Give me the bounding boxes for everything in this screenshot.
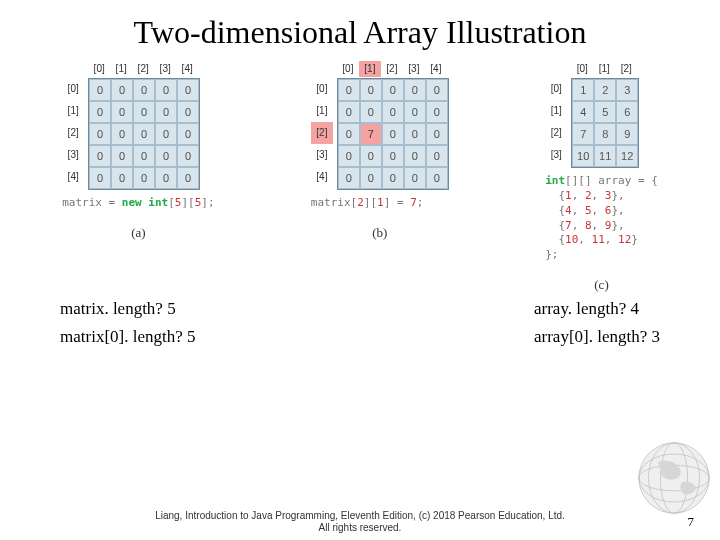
figA-col-label: [2]	[132, 61, 154, 77]
figB-cell: 0	[426, 79, 448, 101]
figA-cell: 0	[111, 145, 133, 167]
figA-cell: 0	[89, 123, 111, 145]
footer-citation: Liang, Introduction to Java Programming,…	[0, 510, 720, 534]
figC-row-label: [3]	[545, 144, 567, 166]
figA-code: matrix = new int[5][5];	[62, 196, 214, 211]
figC-row-label: [2]	[545, 122, 567, 144]
figA-cell: 0	[155, 79, 177, 101]
qa-l1: matrix. length? 5	[60, 299, 196, 319]
figA-cell: 0	[155, 101, 177, 123]
figC-cell: 7	[572, 123, 594, 145]
figA-cell: 0	[177, 101, 199, 123]
figB-cell: 0	[382, 79, 404, 101]
figB-col-label: [4]	[425, 61, 447, 77]
figC-cell: 5	[594, 101, 616, 123]
figC-init-line: {1, 2, 3},	[545, 189, 625, 202]
figC-col-label: [1]	[593, 61, 615, 77]
figB-cell: 0	[404, 167, 426, 189]
figC-row-label: [0]	[545, 78, 567, 100]
figB-cell: 0	[382, 145, 404, 167]
figC-init-line: {4, 5, 6},	[545, 204, 625, 217]
figA-cell: 0	[155, 145, 177, 167]
figB-col-label: [1]	[359, 61, 381, 77]
figB-col-labels: [0][1][2][3][4]	[337, 61, 449, 77]
figB-cell: 0	[360, 145, 382, 167]
figA-cell: 0	[89, 167, 111, 189]
figC-row-label: [1]	[545, 100, 567, 122]
figB-cell: 0	[360, 167, 382, 189]
figA-cell: 0	[89, 101, 111, 123]
figC-grid: 123456789101112	[571, 78, 639, 168]
figA-cell: 0	[133, 167, 155, 189]
figures-row: [0][1][2][3][4] [0][1][2][3][4] 00000000…	[0, 57, 720, 293]
figure-b: [0][1][2][3][4] [0][1][2][3][4] 00000000…	[311, 61, 449, 293]
figA-cell: 0	[177, 145, 199, 167]
figA-grid: 0000000000000000000000000	[88, 78, 200, 190]
figC-sublabel: (c)	[545, 277, 658, 293]
figC-code: int[][] array = { {1, 2, 3}, {4, 5, 6}, …	[545, 174, 658, 263]
figB-cell: 0	[338, 79, 360, 101]
qa-section: matrix. length? 5 matrix[0]. length? 5 a…	[0, 293, 720, 347]
figA-col-labels: [0][1][2][3][4]	[88, 61, 214, 77]
figB-cell: 0	[382, 101, 404, 123]
figB-code: matrix[2][1] = 7;	[311, 196, 449, 211]
figA-row-label: [4]	[62, 166, 84, 188]
figB-cell: 0	[338, 123, 360, 145]
qa-r2: array[0]. length? 3	[534, 327, 660, 347]
figC-cell: 11	[594, 145, 616, 167]
figA-row-label: [3]	[62, 144, 84, 166]
figA-cell: 0	[111, 79, 133, 101]
qa-left: matrix. length? 5 matrix[0]. length? 5	[60, 299, 196, 347]
figA-row-label: [2]	[62, 122, 84, 144]
qa-l2: matrix[0]. length? 5	[60, 327, 196, 347]
figure-a: [0][1][2][3][4] [0][1][2][3][4] 00000000…	[62, 61, 214, 293]
figC-cell: 10	[572, 145, 594, 167]
figB-row-label: [0]	[311, 78, 333, 100]
figB-col-label: [2]	[381, 61, 403, 77]
figB-row-label: [2]	[311, 122, 333, 144]
figA-cell: 0	[133, 123, 155, 145]
figC-init-line: {7, 8, 9},	[545, 219, 625, 232]
figA-cell: 0	[89, 145, 111, 167]
figA-cell: 0	[111, 167, 133, 189]
figB-cell: 7	[360, 123, 382, 145]
figA-cell: 0	[111, 123, 133, 145]
figA-col-label: [4]	[176, 61, 198, 77]
figA-cell: 0	[155, 123, 177, 145]
figB-row-label: [3]	[311, 144, 333, 166]
figA-cell: 0	[177, 79, 199, 101]
figB-row-label: [4]	[311, 166, 333, 188]
figA-row-label: [0]	[62, 78, 84, 100]
figC-cell: 6	[616, 101, 638, 123]
figB-grid: 0000000000070000000000000	[337, 78, 449, 190]
figA-cell: 0	[133, 79, 155, 101]
figB-cell: 0	[404, 101, 426, 123]
figA-cell: 0	[177, 167, 199, 189]
figB-sublabel: (b)	[311, 225, 449, 241]
figB-cell: 0	[338, 167, 360, 189]
figB-row-label: [1]	[311, 100, 333, 122]
figA-sublabel: (a)	[62, 225, 214, 241]
figC-cell: 2	[594, 79, 616, 101]
figure-c: [0][1][2] [0][1][2][3] 123456789101112 i…	[545, 61, 658, 293]
figC-cell: 12	[616, 145, 638, 167]
figB-cell: 0	[426, 167, 448, 189]
figB-row-labels: [0][1][2][3][4]	[311, 78, 333, 190]
figB-col-label: [3]	[403, 61, 425, 77]
figC-cell: 3	[616, 79, 638, 101]
figB-cell: 0	[382, 123, 404, 145]
figA-col-label: [1]	[110, 61, 132, 77]
figC-cell: 8	[594, 123, 616, 145]
figB-cell: 0	[360, 101, 382, 123]
globe-icon	[634, 438, 714, 518]
figB-cell: 0	[338, 101, 360, 123]
figA-col-label: [3]	[154, 61, 176, 77]
figA-cell: 0	[155, 167, 177, 189]
figC-cell: 1	[572, 79, 594, 101]
figC-cell: 4	[572, 101, 594, 123]
figB-cell: 0	[404, 123, 426, 145]
figA-cell: 0	[177, 123, 199, 145]
figA-cell: 0	[111, 101, 133, 123]
figB-cell: 0	[426, 145, 448, 167]
figA-cell: 0	[133, 101, 155, 123]
